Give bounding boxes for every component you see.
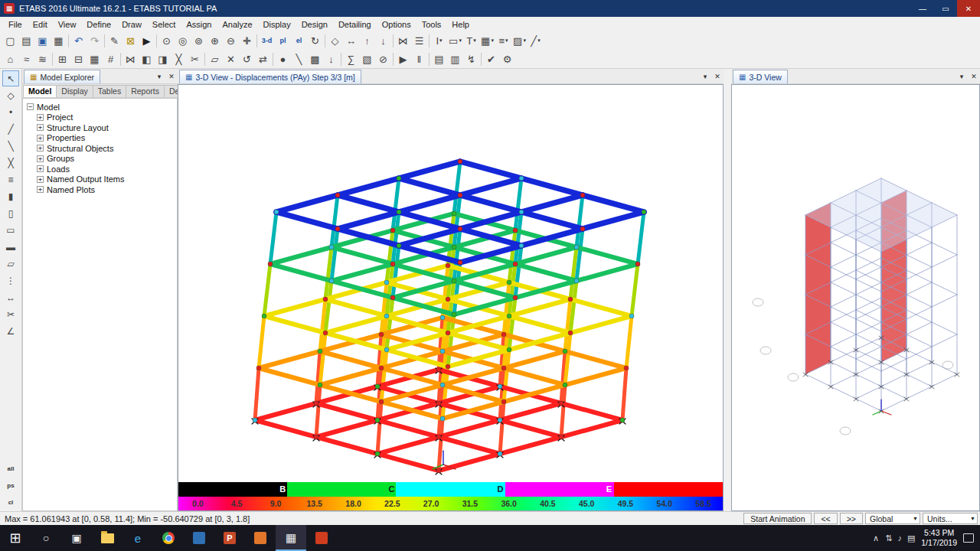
start-animation-button[interactable]: Start Animation (743, 513, 812, 524)
tree-item-groups[interactable]: +Groups (37, 154, 177, 165)
expand-icon[interactable]: + (37, 155, 44, 162)
explorer-tab-display[interactable]: Display (56, 85, 93, 97)
collapse-icon[interactable]: − (27, 103, 34, 110)
main-view-close-icon[interactable]: ✕ (711, 70, 724, 83)
tree-item-named-plots[interactable]: +Named Plots (37, 184, 177, 195)
previous-zoom-icon[interactable]: ⊚ (191, 33, 207, 48)
shell-display-icon[interactable]: ▦▾ (479, 33, 495, 48)
move-view-icon[interactable]: ↔ (343, 33, 359, 48)
taskbar-task-view-icon[interactable]: ▣ (61, 525, 92, 551)
assign-joint-icon[interactable]: ● (275, 51, 291, 67)
tray-icon-2[interactable]: ▤ (907, 533, 915, 543)
pan-icon[interactable]: ✚ (239, 33, 255, 48)
select-pointer-icon[interactable]: ↖ (2, 70, 19, 86)
taskbar-file-explorer-icon[interactable] (92, 525, 122, 551)
main-view-tab[interactable]: ▦ 3-D View - Displacements (PAy) Step 3/… (179, 70, 361, 83)
section-cut-icon[interactable]: ⊘ (375, 51, 391, 67)
mirror-icon[interactable]: ◨ (155, 51, 171, 67)
down-one-story-icon[interactable]: ↓ (375, 33, 391, 48)
draw-wall-icon[interactable]: ▮ (2, 188, 19, 204)
lock-model-icon[interactable]: ⊠ (122, 33, 139, 48)
hidden-icons-chevron[interactable]: ∧ (873, 533, 879, 543)
ps-display[interactable]: ps (2, 478, 19, 494)
expand-icon[interactable]: + (37, 124, 44, 131)
mode-shape-icon[interactable]: ≋ (34, 51, 51, 67)
reselect-icon[interactable]: ↺ (239, 51, 255, 67)
draw-floor-icon[interactable]: ▭ (2, 222, 19, 238)
taskbar-search-icon[interactable]: ○ (31, 525, 61, 551)
taskbar-app-red-icon[interactable] (306, 525, 337, 551)
hatch-display-icon[interactable]: ▨▾ (511, 33, 528, 48)
check-model-icon[interactable]: ✔ (483, 51, 499, 67)
taskbar-app-blue-icon[interactable] (184, 525, 214, 551)
print-icon[interactable]: ▦ (51, 33, 67, 48)
step-back-button[interactable]: << (814, 513, 837, 524)
mesh-options-icon[interactable]: ▦ (87, 51, 103, 67)
save-model-icon[interactable]: ▣ (34, 33, 51, 48)
clear-display[interactable]: cl (2, 494, 19, 510)
explorer-tab-tables[interactable]: Tables (93, 85, 126, 97)
assign-load-icon[interactable]: ↓ (323, 51, 339, 67)
menu-define[interactable]: Define (81, 19, 116, 30)
3d-view[interactable]: 3-d (259, 33, 275, 48)
action-center-icon[interactable] (963, 533, 974, 543)
quick-draw-braces-icon[interactable]: ╳ (2, 155, 19, 171)
reshape-object-icon[interactable]: ◇ (2, 87, 19, 103)
expand-icon[interactable]: + (37, 186, 44, 193)
main-view-menu-icon[interactable]: ▾ (699, 70, 711, 83)
expand-icon[interactable]: + (37, 135, 44, 142)
table-view-icon[interactable]: ▤ (431, 51, 447, 67)
zoom-in-icon[interactable]: ⊕ (207, 33, 223, 48)
right-view-tab[interactable]: ▦ 3-D View (733, 70, 788, 83)
menu-design[interactable]: Design (296, 19, 333, 30)
select-poly-icon[interactable]: ▱ (207, 51, 223, 67)
taskbar-clock[interactable]: 5:43 PM 1/17/2019 (921, 528, 957, 548)
menu-display[interactable]: Display (258, 19, 296, 30)
elevation-view[interactable]: el (291, 33, 307, 48)
tree-item-structural-objects[interactable]: +Structural Objects (37, 143, 177, 154)
draw-joint-icon[interactable]: • (2, 104, 19, 120)
options-gear-icon[interactable]: ⚙ (499, 51, 515, 67)
frame-grid-icon[interactable]: ⊟ (70, 51, 87, 67)
taskbar-start-icon[interactable]: ⊞ (0, 525, 31, 551)
clear-selection-icon[interactable]: ✕ (223, 51, 239, 67)
rubber-band-zoom-icon[interactable]: ⊙ (158, 33, 175, 48)
joint-grid-icon[interactable]: ⊞ (54, 51, 70, 67)
quick-draw-floor-icon[interactable]: ▬ (2, 239, 19, 255)
minimize-button[interactable]: — (911, 0, 934, 17)
edit-grid-icon[interactable]: # (103, 51, 119, 67)
slow-draw-icon[interactable]: ✎ (106, 33, 122, 48)
show-forces-icon[interactable]: ∑ (343, 51, 359, 67)
draw-frame-icon[interactable]: ╱ (2, 121, 19, 137)
animate-pause-icon[interactable]: ‖ (411, 51, 427, 67)
quick-draw-frame-icon[interactable]: ╲ (2, 138, 19, 154)
deformed-shape-icon[interactable]: ≈ (18, 51, 34, 67)
menu-tools[interactable]: Tools (416, 19, 447, 30)
quick-draw-wall-icon[interactable]: ▯ (2, 205, 19, 221)
trim-icon[interactable]: ✂ (187, 51, 203, 67)
units-select[interactable]: Units... ▼ (923, 513, 978, 524)
show-all[interactable]: all (2, 461, 19, 477)
align-edges-icon[interactable]: ◧ (139, 51, 155, 67)
model-explorer-close-icon[interactable]: ✕ (165, 70, 178, 83)
main-3d-viewport[interactable]: BCDE 0.04.59.013.518.022.527.031.536.040… (178, 84, 724, 511)
taskbar-app-orange-icon[interactable] (245, 525, 276, 551)
open-model-icon[interactable]: ▤ (18, 33, 34, 48)
quick-draw-secondary-beams-icon[interactable]: ≡ (2, 171, 19, 187)
zoom-out-icon[interactable]: ⊖ (223, 33, 239, 48)
invert-selection-icon[interactable]: ⇄ (255, 51, 271, 67)
model-explorer-tab[interactable]: ▦ Model Explorer (24, 70, 100, 83)
secondary-3d-viewport[interactable] (731, 84, 980, 511)
tray-icon-1[interactable]: ♪ (897, 533, 902, 543)
text-display-icon[interactable]: T▾ (463, 33, 479, 48)
tree-item-project[interactable]: +Project (37, 112, 177, 123)
taskbar-powerpoint-icon[interactable]: P (214, 525, 245, 551)
plan-view[interactable]: pl (275, 33, 291, 48)
model-alive-icon[interactable]: ↯ (463, 51, 479, 67)
run-analysis-icon[interactable]: ▶ (139, 33, 155, 48)
menu-view[interactable]: View (53, 19, 82, 30)
divide-icon[interactable]: ╳ (171, 51, 187, 67)
show-stress-icon[interactable]: ▧ (359, 51, 375, 67)
tree-item-structure-layout[interactable]: +Structure Layout (37, 122, 177, 133)
menu-analyze[interactable]: Analyze (217, 19, 257, 30)
